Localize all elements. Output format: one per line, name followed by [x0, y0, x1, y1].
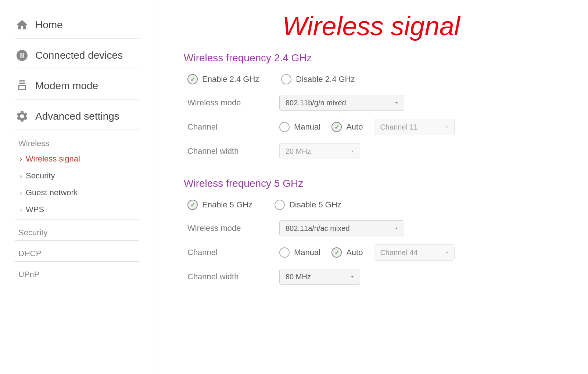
wireless-signal-label: Wireless signal — [26, 154, 80, 164]
channel-width-24-label: Channel width — [187, 146, 268, 156]
wireless-section-label: Wireless — [15, 133, 139, 150]
channel-5-label: Channel — [187, 248, 268, 257]
sidebar-item-guest-network[interactable]: › Guest network — [15, 184, 139, 201]
wireless-mode-24-label: Wireless mode — [187, 98, 268, 108]
channel-width-5-label: Channel width — [187, 272, 268, 282]
channel-24-manual-option[interactable]: Manual — [279, 122, 320, 132]
guest-network-label: Guest network — [26, 188, 78, 197]
divider-security — [15, 240, 139, 241]
freq-5-title: Wireless frequency 5 GHz — [184, 178, 559, 189]
channel-width-5-select[interactable]: 80 MHz 20 MHz 40 MHz — [279, 269, 360, 285]
enable-24-row: Enable 2.4 GHz Disable 2.4 GHz — [184, 74, 559, 84]
divider-wireless — [15, 219, 139, 220]
wireless-mode-24-select[interactable]: 802.11b/g/n mixed 802.11b only 802.11g o… — [279, 95, 404, 111]
disable-5-label: Disable 5 GHz — [289, 200, 341, 210]
freq-24-title: Wireless frequency 2.4 GHz — [184, 52, 559, 64]
sidebar-devices-label: Connected devices — [35, 50, 123, 61]
disable-5-option[interactable]: Disable 5 GHz — [275, 200, 341, 210]
chevron-wps: › — [20, 206, 22, 214]
sidebar-item-security[interactable]: › Security — [15, 167, 139, 184]
enable-24-label: Enable 2.4 GHz — [202, 75, 259, 84]
dhcp-section-label: DHCP — [15, 244, 139, 260]
disable-24-label: Disable 2.4 GHz — [296, 75, 355, 84]
channel-24-options: Manual Auto Channel 11 Channel 1 Channel… — [279, 119, 559, 135]
upnp-section-label: UPnP — [15, 265, 139, 281]
channel-24-auto-radio[interactable] — [331, 122, 342, 132]
chevron-wireless-signal: › — [20, 155, 22, 163]
sidebar-item-advanced-settings[interactable]: Advanced settings — [15, 102, 139, 128]
enable-5-row: Enable 5 GHz Disable 5 GHz — [184, 200, 559, 210]
divider-advanced — [15, 130, 139, 130]
enable-24-radio[interactable] — [187, 74, 198, 84]
enable-5-option[interactable]: Enable 5 GHz — [187, 200, 252, 210]
enable-5-label: Enable 5 GHz — [202, 200, 252, 210]
page-title: Wireless signal — [184, 11, 559, 41]
sidebar-item-connected-devices[interactable]: Connected devices — [15, 41, 139, 67]
wireless-mode-24-row: Wireless mode 802.11b/g/n mixed 802.11b … — [184, 95, 559, 111]
home-icon — [15, 18, 29, 32]
modem-icon — [15, 79, 29, 93]
channel-5-manual-label: Manual — [294, 248, 320, 257]
disable-5-radio[interactable] — [275, 200, 285, 210]
sidebar-item-modem-mode[interactable]: Modem mode — [15, 72, 139, 98]
channel-24-auto-label: Auto — [346, 122, 363, 132]
divider-devices — [15, 69, 139, 69]
enable-24-option[interactable]: Enable 2.4 GHz — [187, 74, 259, 84]
channel-5-auto-option[interactable]: Auto — [331, 247, 363, 258]
security-section-label: Security — [15, 223, 139, 239]
channel-5-row: Channel Manual Auto Channel 44 Channel 3… — [184, 244, 559, 261]
channel-5-manual-option[interactable]: Manual — [279, 247, 320, 258]
divider-home — [15, 38, 139, 39]
settings-icon — [15, 109, 29, 124]
disable-24-option[interactable]: Disable 2.4 GHz — [281, 74, 355, 84]
channel-24-manual-radio[interactable] — [279, 122, 290, 132]
wireless-mode-5-row: Wireless mode 802.11a/n/ac mixed 802.11a… — [184, 220, 559, 236]
divider-modem — [15, 99, 139, 99]
chevron-guest-network: › — [20, 189, 22, 197]
chevron-security: › — [20, 172, 22, 180]
sidebar-modem-label: Modem mode — [35, 80, 98, 92]
channel-width-24-row: Channel width 20 MHz 40 MHz — [184, 143, 559, 159]
main-content: Wireless signal Wireless frequency 2.4 G… — [154, 0, 588, 374]
wps-label: WPS — [26, 205, 44, 214]
disable-24-radio[interactable] — [281, 74, 291, 84]
channel-24-label: Channel — [187, 122, 268, 132]
sidebar-item-wireless-signal[interactable]: › Wireless signal — [15, 150, 139, 167]
channel-width-5-row: Channel width 80 MHz 20 MHz 40 MHz — [184, 269, 559, 285]
sidebar: Home Connected devices Modem mode Advanc… — [0, 0, 154, 374]
channel-24-manual-label: Manual — [294, 122, 320, 132]
freq-24-section: Wireless frequency 2.4 GHz Enable 2.4 GH… — [184, 52, 559, 159]
devices-icon — [15, 48, 29, 63]
sidebar-advanced-label: Advanced settings — [35, 110, 119, 122]
security-label: Security — [26, 171, 55, 181]
divider-dhcp — [15, 261, 139, 262]
channel-5-select[interactable]: Channel 44 Channel 36 Channel 40 Channel… — [374, 244, 455, 261]
enable-5-radio[interactable] — [187, 200, 198, 210]
sidebar-item-wps[interactable]: › WPS — [15, 201, 139, 218]
wireless-mode-5-label: Wireless mode — [187, 224, 268, 233]
channel-24-select[interactable]: Channel 11 Channel 1 Channel 6 — [374, 119, 455, 135]
channel-width-24-select[interactable]: 20 MHz 40 MHz — [279, 143, 360, 159]
channel-24-row: Channel Manual Auto Channel 11 Channel 1… — [184, 119, 559, 135]
sidebar-item-home[interactable]: Home — [15, 11, 139, 37]
wireless-mode-5-select[interactable]: 802.11a/n/ac mixed 802.11a only 802.11n … — [279, 220, 404, 236]
channel-24-auto-option[interactable]: Auto — [331, 122, 363, 132]
channel-5-auto-label: Auto — [346, 248, 363, 257]
channel-5-auto-radio[interactable] — [331, 247, 342, 258]
channel-5-options: Manual Auto Channel 44 Channel 36 Channe… — [279, 244, 559, 261]
channel-5-manual-radio[interactable] — [279, 247, 290, 258]
freq-5-section: Wireless frequency 5 GHz Enable 5 GHz Di… — [184, 178, 559, 285]
sidebar-home-label: Home — [35, 19, 63, 31]
